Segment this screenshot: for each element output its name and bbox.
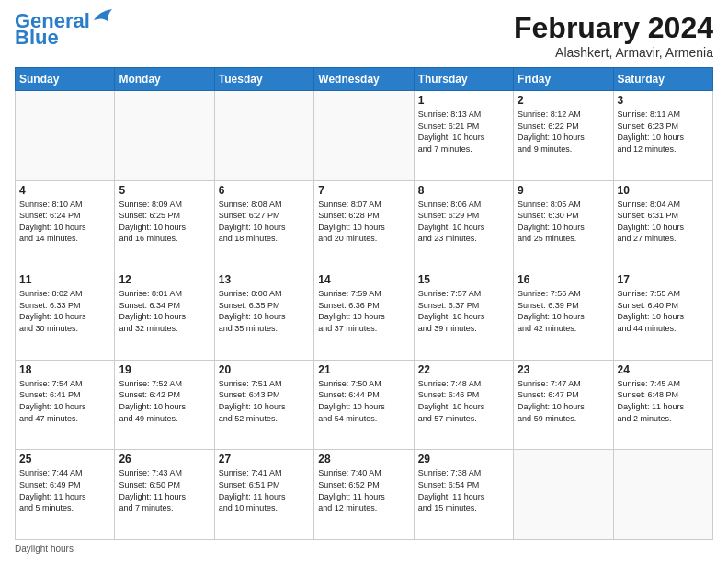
day-number: 18 <box>19 363 110 376</box>
calendar-cell: 29Sunrise: 7:38 AM Sunset: 6:54 PM Dayli… <box>414 450 513 540</box>
calendar-cell: 23Sunrise: 7:47 AM Sunset: 6:47 PM Dayli… <box>514 360 613 450</box>
day-number: 20 <box>219 363 310 376</box>
calendar-day-header: Monday <box>115 68 214 91</box>
day-number: 11 <box>19 273 110 286</box>
day-number: 26 <box>119 453 210 465</box>
location: Alashkert, Armavir, Armenia <box>514 45 713 60</box>
title-block: February 2024 Alashkert, Armavir, Armeni… <box>514 11 713 60</box>
day-info: Sunrise: 7:41 AM Sunset: 6:51 PM Dayligh… <box>219 467 310 513</box>
day-info: Sunrise: 8:02 AM Sunset: 6:33 PM Dayligh… <box>19 288 110 334</box>
calendar-day-header: Friday <box>514 68 613 91</box>
calendar-week-row: 18Sunrise: 7:54 AM Sunset: 6:41 PM Dayli… <box>16 360 713 450</box>
calendar-day-header: Tuesday <box>214 68 313 91</box>
logo: General Blue <box>15 11 112 48</box>
calendar-cell: 11Sunrise: 8:02 AM Sunset: 6:33 PM Dayli… <box>16 270 115 361</box>
day-number: 2 <box>518 94 609 107</box>
calendar-cell: 1Sunrise: 8:13 AM Sunset: 6:21 PM Daylig… <box>414 91 513 181</box>
day-info: Sunrise: 7:59 AM Sunset: 6:36 PM Dayligh… <box>318 288 409 334</box>
day-info: Sunrise: 7:40 AM Sunset: 6:52 PM Dayligh… <box>318 467 409 513</box>
calendar-cell: 14Sunrise: 7:59 AM Sunset: 6:36 PM Dayli… <box>314 270 414 361</box>
day-info: Sunrise: 7:48 AM Sunset: 6:46 PM Dayligh… <box>418 378 509 424</box>
calendar-cell <box>16 91 115 181</box>
day-info: Sunrise: 8:11 AM Sunset: 6:23 PM Dayligh… <box>618 109 709 155</box>
day-info: Sunrise: 7:55 AM Sunset: 6:40 PM Dayligh… <box>618 288 709 334</box>
calendar-week-row: 1Sunrise: 8:13 AM Sunset: 6:21 PM Daylig… <box>16 91 713 181</box>
day-number: 4 <box>19 184 110 197</box>
calendar-cell: 3Sunrise: 8:11 AM Sunset: 6:23 PM Daylig… <box>613 91 712 181</box>
day-number: 28 <box>318 453 409 465</box>
day-info: Sunrise: 7:54 AM Sunset: 6:41 PM Dayligh… <box>19 378 110 424</box>
calendar-cell: 2Sunrise: 8:12 AM Sunset: 6:22 PM Daylig… <box>514 91 613 181</box>
calendar-cell <box>314 91 414 181</box>
calendar: SundayMondayTuesdayWednesdayThursdayFrid… <box>15 67 713 540</box>
calendar-cell: 20Sunrise: 7:51 AM Sunset: 6:43 PM Dayli… <box>214 360 313 450</box>
calendar-header-row: SundayMondayTuesdayWednesdayThursdayFrid… <box>16 68 713 91</box>
calendar-cell: 7Sunrise: 8:07 AM Sunset: 6:28 PM Daylig… <box>314 180 414 270</box>
day-number: 29 <box>418 453 509 465</box>
calendar-cell: 18Sunrise: 7:54 AM Sunset: 6:41 PM Dayli… <box>16 360 115 450</box>
calendar-body: 1Sunrise: 8:13 AM Sunset: 6:21 PM Daylig… <box>16 91 713 540</box>
day-number: 25 <box>19 453 110 465</box>
calendar-cell <box>214 91 313 181</box>
day-info: Sunrise: 8:01 AM Sunset: 6:34 PM Dayligh… <box>119 288 210 334</box>
day-number: 12 <box>119 273 210 286</box>
day-number: 16 <box>518 273 609 286</box>
day-info: Sunrise: 7:43 AM Sunset: 6:50 PM Dayligh… <box>119 467 210 513</box>
logo-blue: Blue <box>15 28 59 48</box>
calendar-cell: 19Sunrise: 7:52 AM Sunset: 6:42 PM Dayli… <box>115 360 214 450</box>
calendar-cell: 24Sunrise: 7:45 AM Sunset: 6:48 PM Dayli… <box>613 360 712 450</box>
day-info: Sunrise: 8:07 AM Sunset: 6:28 PM Dayligh… <box>318 199 409 245</box>
day-number: 3 <box>618 94 709 107</box>
day-info: Sunrise: 7:51 AM Sunset: 6:43 PM Dayligh… <box>219 378 310 424</box>
logo-bird-icon <box>92 9 112 26</box>
calendar-cell: 22Sunrise: 7:48 AM Sunset: 6:46 PM Dayli… <box>414 360 513 450</box>
day-info: Sunrise: 8:06 AM Sunset: 6:29 PM Dayligh… <box>418 199 509 245</box>
footer-note: Daylight hours <box>15 544 713 554</box>
calendar-week-row: 11Sunrise: 8:02 AM Sunset: 6:33 PM Dayli… <box>16 270 713 361</box>
calendar-cell <box>613 450 712 540</box>
day-info: Sunrise: 8:04 AM Sunset: 6:31 PM Dayligh… <box>618 199 709 245</box>
day-info: Sunrise: 7:50 AM Sunset: 6:44 PM Dayligh… <box>318 378 409 424</box>
calendar-cell: 10Sunrise: 8:04 AM Sunset: 6:31 PM Dayli… <box>613 180 712 270</box>
calendar-day-header: Wednesday <box>314 68 414 91</box>
calendar-cell: 9Sunrise: 8:05 AM Sunset: 6:30 PM Daylig… <box>514 180 613 270</box>
day-info: Sunrise: 8:00 AM Sunset: 6:35 PM Dayligh… <box>219 288 310 334</box>
day-info: Sunrise: 7:47 AM Sunset: 6:47 PM Dayligh… <box>518 378 609 424</box>
calendar-day-header: Saturday <box>613 68 712 91</box>
calendar-cell: 16Sunrise: 7:56 AM Sunset: 6:39 PM Dayli… <box>514 270 613 361</box>
day-number: 1 <box>418 94 509 107</box>
day-number: 21 <box>318 363 409 376</box>
day-info: Sunrise: 7:56 AM Sunset: 6:39 PM Dayligh… <box>518 288 609 334</box>
calendar-cell: 13Sunrise: 8:00 AM Sunset: 6:35 PM Dayli… <box>214 270 313 361</box>
day-number: 13 <box>219 273 310 286</box>
day-info: Sunrise: 7:57 AM Sunset: 6:37 PM Dayligh… <box>418 288 509 334</box>
calendar-day-header: Sunday <box>16 68 115 91</box>
month-title: February 2024 <box>514 11 713 45</box>
calendar-cell: 25Sunrise: 7:44 AM Sunset: 6:49 PM Dayli… <box>16 450 115 540</box>
calendar-cell: 4Sunrise: 8:10 AM Sunset: 6:24 PM Daylig… <box>16 180 115 270</box>
day-number: 5 <box>119 184 210 197</box>
calendar-cell: 17Sunrise: 7:55 AM Sunset: 6:40 PM Dayli… <box>613 270 712 361</box>
day-info: Sunrise: 7:52 AM Sunset: 6:42 PM Dayligh… <box>119 378 210 424</box>
day-info: Sunrise: 7:45 AM Sunset: 6:48 PM Dayligh… <box>618 378 709 424</box>
day-number: 19 <box>119 363 210 376</box>
day-number: 22 <box>418 363 509 376</box>
calendar-cell: 12Sunrise: 8:01 AM Sunset: 6:34 PM Dayli… <box>115 270 214 361</box>
day-info: Sunrise: 8:08 AM Sunset: 6:27 PM Dayligh… <box>219 199 310 245</box>
day-info: Sunrise: 8:09 AM Sunset: 6:25 PM Dayligh… <box>119 199 210 245</box>
day-number: 24 <box>618 363 709 376</box>
calendar-cell: 5Sunrise: 8:09 AM Sunset: 6:25 PM Daylig… <box>115 180 214 270</box>
day-number: 6 <box>219 184 310 197</box>
day-number: 9 <box>518 184 609 197</box>
day-number: 10 <box>618 184 709 197</box>
calendar-cell: 15Sunrise: 7:57 AM Sunset: 6:37 PM Dayli… <box>414 270 513 361</box>
calendar-cell: 8Sunrise: 8:06 AM Sunset: 6:29 PM Daylig… <box>414 180 513 270</box>
calendar-week-row: 4Sunrise: 8:10 AM Sunset: 6:24 PM Daylig… <box>16 180 713 270</box>
day-info: Sunrise: 8:13 AM Sunset: 6:21 PM Dayligh… <box>418 109 509 155</box>
day-number: 17 <box>618 273 709 286</box>
day-number: 7 <box>318 184 409 197</box>
calendar-cell: 28Sunrise: 7:40 AM Sunset: 6:52 PM Dayli… <box>314 450 414 540</box>
day-number: 27 <box>219 453 310 465</box>
day-info: Sunrise: 7:44 AM Sunset: 6:49 PM Dayligh… <box>19 467 110 513</box>
day-info: Sunrise: 8:05 AM Sunset: 6:30 PM Dayligh… <box>518 199 609 245</box>
